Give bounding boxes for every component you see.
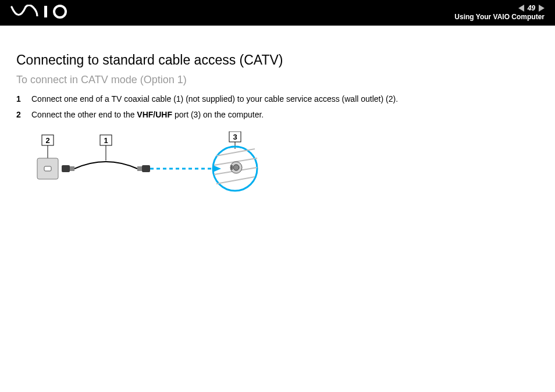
svg-rect-10 bbox=[62, 165, 70, 172]
step-number: 2 bbox=[16, 109, 23, 121]
svg-rect-11 bbox=[70, 166, 74, 171]
diagram-label-1: 1 bbox=[104, 136, 108, 145]
page-subtitle: To connect in CATV mode (Option 1) bbox=[16, 74, 539, 86]
section-label: Using Your VAIO Computer bbox=[454, 13, 545, 21]
step-item: 2 Connect the other end to the VHF/UHF p… bbox=[16, 109, 539, 121]
page-title: Connecting to standard cable access (CAT… bbox=[16, 52, 539, 68]
svg-rect-0 bbox=[44, 6, 47, 17]
svg-point-22 bbox=[233, 165, 239, 170]
step-number: 1 bbox=[16, 93, 23, 105]
step-text: Connect the other end to the VHF/UHF por… bbox=[31, 109, 264, 121]
diagram-label-2: 2 bbox=[45, 136, 49, 145]
prev-page-icon[interactable] bbox=[518, 5, 524, 12]
page-number: 49 bbox=[528, 5, 535, 12]
step-list: 1 Connect one end of a TV coaxial cable … bbox=[16, 93, 539, 121]
svg-point-1 bbox=[54, 6, 66, 17]
diagram-label-3: 3 bbox=[233, 133, 237, 141]
next-page-icon[interactable] bbox=[539, 5, 545, 12]
connection-diagram: 2 1 3 bbox=[31, 131, 539, 204]
page-content: Connecting to standard cable access (CAT… bbox=[0, 26, 555, 204]
step-item: 1 Connect one end of a TV coaxial cable … bbox=[16, 93, 539, 105]
svg-rect-13 bbox=[142, 165, 150, 172]
page-nav: 49 bbox=[454, 5, 545, 12]
svg-line-20 bbox=[216, 177, 255, 184]
step-text: Connect one end of a TV coaxial cable (1… bbox=[31, 93, 398, 105]
header-bar: 49 Using Your VAIO Computer bbox=[0, 0, 555, 26]
svg-marker-15 bbox=[213, 165, 221, 172]
vaio-logo bbox=[10, 5, 74, 21]
svg-rect-23 bbox=[230, 165, 233, 170]
svg-rect-9 bbox=[44, 166, 51, 171]
svg-rect-12 bbox=[137, 166, 142, 171]
